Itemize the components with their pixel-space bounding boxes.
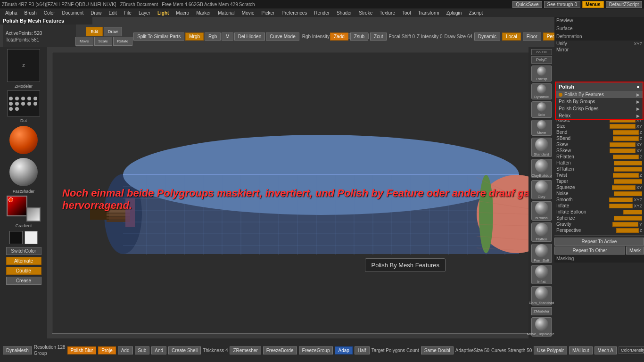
- color-swatch[interactable]: [7, 196, 41, 222]
- size-slider[interactable]: [610, 124, 636, 129]
- clay-buildup-button[interactable]: ClayBuildup: [531, 159, 552, 178]
- deform-smooth[interactable]: Smooth XYZ: [554, 197, 644, 203]
- add-button[interactable]: Add: [118, 346, 133, 354]
- canvas-border[interactable]: Noch einmal beide Polygroups maskiert, i…: [52, 52, 550, 334]
- sbend-slider[interactable]: [613, 136, 639, 141]
- mask-button[interactable]: Mask: [626, 247, 644, 255]
- deform-sflatten[interactable]: SFlatten: [554, 166, 644, 172]
- deform-mirror[interactable]: Mirror: [554, 47, 644, 53]
- sub-button[interactable]: Sub: [135, 346, 150, 354]
- repeat-active-button[interactable]: Repeat To Active: [554, 238, 644, 246]
- skew-slider[interactable]: [610, 142, 636, 147]
- dots-preview[interactable]: [7, 90, 40, 116]
- secondary-color[interactable]: [26, 207, 41, 222]
- switch-color-button[interactable]: SwitchColor: [6, 247, 41, 255]
- nav-picker[interactable]: Picker: [258, 10, 278, 16]
- deform-gravity[interactable]: Gravity Y: [554, 221, 644, 227]
- dynamic-tool-button[interactable]: Dynamic: [531, 83, 552, 99]
- deform-twist[interactable]: Twist Z: [554, 172, 644, 178]
- create-shell-button[interactable]: Create Shell: [168, 346, 201, 354]
- nav-marker[interactable]: Marker: [193, 10, 214, 16]
- rotate-button[interactable]: Rotate: [113, 37, 133, 46]
- nav-shader[interactable]: Shader: [333, 10, 355, 16]
- inflate-balloon-slider[interactable]: [623, 210, 642, 214]
- nav-zplugin[interactable]: Zplugin: [443, 10, 465, 16]
- polish-blur-button[interactable]: Polish Blur: [67, 346, 97, 354]
- mahcut-button[interactable]: MAHcut: [569, 346, 593, 354]
- inflate-button[interactable]: Inflat: [531, 265, 552, 284]
- nav-brush[interactable]: Brush: [21, 10, 40, 16]
- m-button[interactable]: M: [222, 33, 233, 41]
- deform-taper[interactable]: Taper: [554, 178, 644, 184]
- sflatten-slider[interactable]: [614, 167, 642, 172]
- black-swatch[interactable]: [9, 231, 23, 244]
- material-sphere[interactable]: [9, 126, 38, 154]
- use-polypair-button[interactable]: Use Polypair: [534, 346, 567, 354]
- deform-flatten[interactable]: Flatten: [554, 160, 644, 166]
- hpolish-button[interactable]: hPolish: [531, 201, 552, 221]
- mech-a-button[interactable]: Mech A: [594, 346, 617, 354]
- polish-by-features-row[interactable]: Polish By Features ▶: [556, 91, 643, 98]
- flatten-button[interactable]: Flatten: [531, 222, 552, 242]
- crease-button[interactable]: Crease: [6, 277, 41, 285]
- solo-button[interactable]: Solo: [531, 101, 552, 117]
- nav-edit[interactable]: Edit: [106, 10, 120, 16]
- spherize-slider[interactable]: [614, 216, 642, 221]
- deform-squeeze[interactable]: Squeeze XY: [554, 184, 644, 190]
- white-swatch[interactable]: [25, 231, 38, 244]
- mrgb-button[interactable]: Mrgb: [185, 33, 204, 41]
- deform-noise[interactable]: Noise: [554, 190, 644, 197]
- move-topo-button[interactable]: Move_Topologics: [531, 317, 552, 337]
- zmodeler-tool-button[interactable]: ZModeler: [531, 307, 552, 315]
- deform-inflate-balloon[interactable]: Inflate Balloon: [554, 209, 644, 215]
- zadd-button[interactable]: Zadd: [330, 33, 348, 41]
- shader-preview[interactable]: [9, 158, 38, 186]
- standard-button[interactable]: Standard: [531, 138, 552, 157]
- nav-stroke[interactable]: Stroke: [355, 10, 376, 16]
- menus-button[interactable]: Menus: [582, 1, 604, 8]
- relax-row[interactable]: Relax ▶: [556, 112, 643, 119]
- seethrough-button[interactable]: See-through 0: [544, 1, 580, 8]
- nav-color[interactable]: Color: [41, 10, 58, 16]
- rgb-button[interactable]: Rgb: [205, 33, 221, 41]
- nav-texture[interactable]: Texture: [376, 10, 398, 16]
- del-hidden-button[interactable]: Del Hidden: [234, 33, 265, 41]
- polish-title-row[interactable]: Polish ●: [556, 82, 643, 91]
- polish-crisp-edges-row[interactable]: Polish Crisp Edges ▶: [556, 105, 643, 112]
- clay-button[interactable]: Clay: [531, 180, 552, 199]
- formsoft-button[interactable]: FormSoft: [531, 244, 552, 263]
- nav-zscript[interactable]: Zscript: [465, 10, 486, 16]
- nav-render[interactable]: Render: [311, 10, 333, 16]
- deform-spherize[interactable]: Spherize: [554, 215, 644, 221]
- move-tool-button[interactable]: Move: [531, 120, 552, 136]
- curve-mode-button[interactable]: Curve Mode: [266, 33, 299, 41]
- zsub-button[interactable]: Zsub: [350, 33, 368, 41]
- nav-macro[interactable]: Macro: [173, 10, 192, 16]
- flatten-deform-slider[interactable]: [614, 161, 642, 165]
- zcut-button[interactable]: Zcut: [370, 33, 387, 41]
- floor-button[interactable]: Floor: [523, 33, 541, 41]
- nofill-button[interactable]: no Fill: [531, 49, 552, 55]
- freeze-borde-button[interactable]: FreezeBorde: [263, 346, 297, 354]
- half-button[interactable]: Half: [355, 346, 370, 354]
- deform-rflatten[interactable]: RFlatten Z: [554, 154, 644, 160]
- deform-sskew[interactable]: SSkew XY: [554, 148, 644, 154]
- nav-alpha[interactable]: Alpha: [2, 10, 21, 16]
- draw-button[interactable]: Draw: [104, 27, 122, 36]
- surface-title[interactable]: Surface: [554, 25, 644, 33]
- and-button[interactable]: And: [151, 346, 166, 354]
- dynamesh-button[interactable]: DynaMesh: [3, 346, 32, 354]
- same-doubl-button[interactable]: Same Doubl: [421, 346, 454, 354]
- color-density-button[interactable]: ColorDensity: [619, 346, 644, 354]
- freeze-group-button[interactable]: FreezeGroup: [299, 346, 333, 354]
- local-button[interactable]: Local: [502, 33, 521, 41]
- nav-transform[interactable]: Transform: [414, 10, 442, 16]
- proje-button[interactable]: Proje: [98, 346, 116, 354]
- rflatten-slider[interactable]: [613, 155, 639, 159]
- transp-button[interactable]: Transp: [531, 66, 552, 82]
- squeeze-slider[interactable]: [612, 185, 636, 190]
- deform-perspective[interactable]: Perspective Z: [554, 227, 644, 233]
- deform-skew[interactable]: Skew XY: [554, 141, 644, 148]
- nav-file[interactable]: File: [121, 10, 135, 16]
- gravity-slider[interactable]: [612, 222, 638, 227]
